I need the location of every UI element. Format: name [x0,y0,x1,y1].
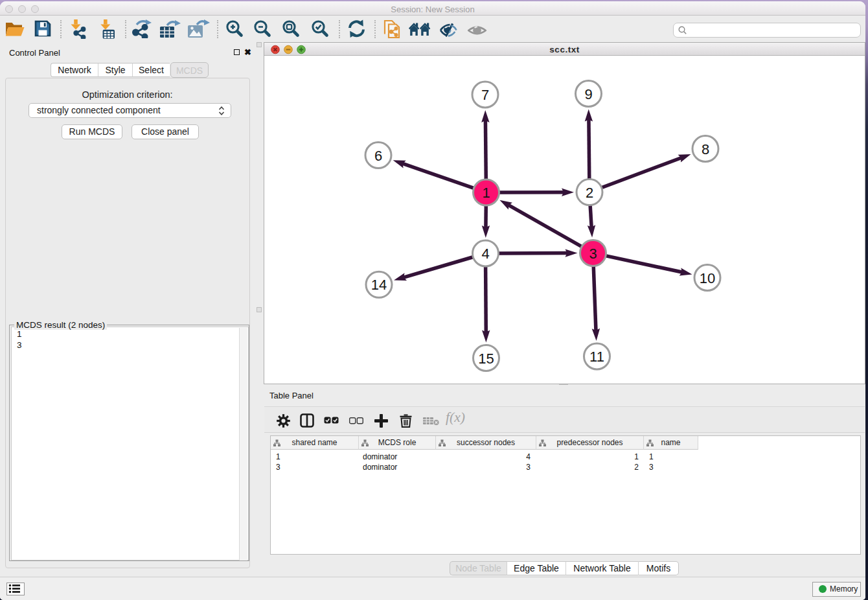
svg-text:1: 1 [482,185,490,201]
svg-text:4: 4 [481,246,489,262]
svg-text:11: 11 [589,349,604,365]
svg-text:9: 9 [584,86,592,102]
svg-text:15: 15 [478,351,494,367]
svg-text:10: 10 [700,270,715,286]
svg-text:7: 7 [481,87,489,103]
svg-text:2: 2 [586,185,593,201]
svg-text:6: 6 [374,148,382,164]
svg-text:14: 14 [371,277,387,293]
svg-text:3: 3 [589,246,597,262]
svg-text:8: 8 [702,141,709,157]
